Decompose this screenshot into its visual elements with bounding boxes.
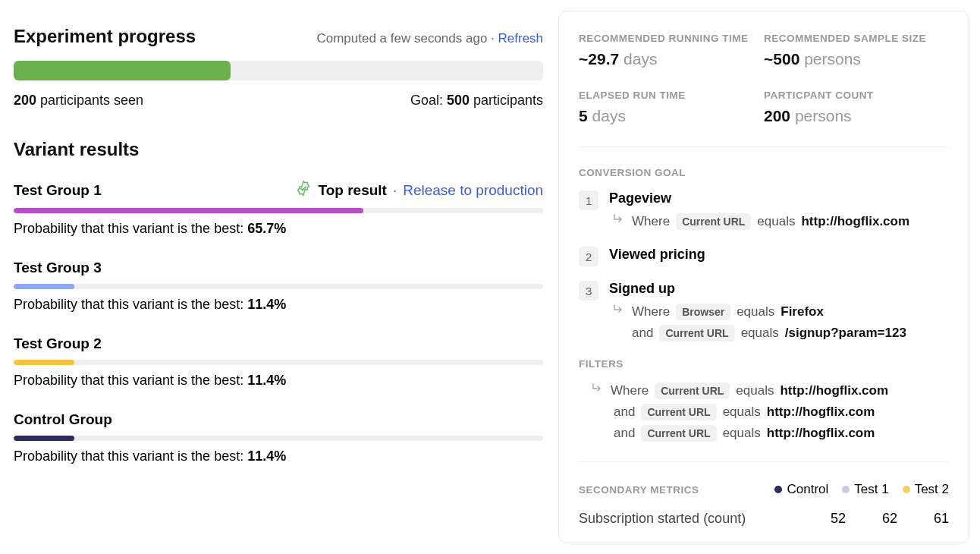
goal-count: 500 (447, 93, 473, 108)
legend-item: Test 2 (903, 482, 949, 497)
legend-item: Test 1 (842, 482, 888, 497)
metric-value: 61 (934, 511, 949, 527)
variant-prob-fill (14, 360, 74, 365)
check-badge-icon (295, 180, 312, 200)
variant-prob-text: Probability that this variant is the bes… (14, 297, 543, 313)
equals-label: equals (741, 326, 779, 341)
participants-seen: 200 participants seen (14, 93, 143, 109)
and-label: and (614, 404, 635, 420)
variant-prob-fill (14, 436, 74, 441)
goal-prefix: Goal: (410, 93, 447, 108)
progress-bar (14, 61, 543, 80)
legend-dot-icon (842, 486, 850, 493)
variant-results-title: Variant results (14, 139, 543, 160)
subarrow-icon (612, 303, 626, 320)
variant-name: Test Group 3 (14, 260, 102, 276)
equals-label: equals (723, 426, 761, 441)
legend-label: Control (787, 482, 828, 497)
legend-dot-icon (774, 486, 782, 493)
goal-step: 1PageviewWhereCurrent URLequalshttp://ho… (579, 190, 949, 235)
property-chip: Current URL (655, 382, 730, 399)
experiment-progress-title: Experiment progress (14, 26, 196, 47)
filter-line: andCurrent URLequalshttp://hogflix.com (579, 425, 949, 442)
variant-prob-bar (14, 208, 543, 213)
computed-info: Computed a few seconds ago · Refresh (316, 31, 543, 46)
participants-goal: Goal: 500 participants (410, 93, 543, 109)
where-label: Where (632, 304, 670, 319)
condition-line: andCurrent URLequals/signup?param=123 (609, 325, 949, 342)
variant-prob-text: Probability that this variant is the bes… (14, 373, 543, 389)
refresh-link[interactable]: Refresh (498, 31, 544, 46)
equals-label: equals (723, 404, 761, 420)
prob-label: Probability that this variant is the bes… (14, 449, 247, 464)
dot-separator: · (393, 182, 397, 199)
legend-dot-icon (903, 486, 910, 493)
subarrow-icon (591, 382, 605, 399)
prob-label: Probability that this variant is the bes… (14, 373, 247, 388)
goal-suffix: participants (473, 93, 543, 108)
stat-rec-sample: RECOMMENDED SAMPLE SIZE ~500 persons (764, 33, 949, 68)
equals-label: equals (757, 214, 795, 229)
stat-label: RECOMMENDED RUNNING TIME (579, 33, 764, 44)
computed-label: Computed a few seconds ago (316, 31, 487, 46)
where-label: Where (611, 383, 649, 398)
progress-bar-fill (14, 61, 231, 80)
condition-value: http://hogflix.com (780, 383, 888, 398)
prob-value: 11.4% (247, 449, 286, 464)
equals-label: equals (736, 383, 774, 398)
metric-value: 62 (882, 511, 897, 527)
filter-line: andCurrent URLequalshttp://hogflix.com (579, 404, 949, 420)
prob-value: 11.4% (247, 373, 286, 388)
and-label: and (632, 326, 653, 341)
condition-value: http://hogflix.com (767, 404, 875, 420)
participants-seen-label: participants seen (36, 93, 143, 108)
where-label: Where (632, 214, 670, 229)
variant-block: Test Group 1Top result · Release to prod… (14, 180, 543, 237)
condition-line: WhereBrowserequalsFirefox (609, 303, 949, 320)
release-to-production-link[interactable]: Release to production (403, 182, 543, 199)
step-title: Pageview (609, 190, 949, 206)
variant-prob-bar (14, 360, 543, 365)
prob-label: Probability that this variant is the bes… (14, 221, 247, 236)
legend-label: Test 1 (854, 482, 888, 497)
stat-value: ~29.7 (579, 50, 619, 68)
goal-step: 2Viewed pricing (579, 247, 949, 269)
property-chip: Current URL (676, 213, 751, 230)
stat-value: 200 (764, 107, 790, 124)
legend-item: Control (774, 482, 828, 497)
condition-value: /signup?param=123 (785, 326, 906, 341)
variant-block: Test Group 2Probability that this varian… (14, 335, 543, 389)
prob-label: Probability that this variant is the bes… (14, 297, 247, 312)
condition-value: Firefox (781, 304, 824, 319)
variant-prob-bar (14, 436, 543, 441)
condition-line: WhereCurrent URLequalshttp://hogflix.com (609, 212, 949, 230)
filters-heading: FILTERS (579, 358, 949, 370)
variant-name: Test Group 1 (14, 182, 102, 199)
step-number: 1 (579, 190, 598, 210)
subarrow-icon (612, 212, 626, 230)
property-chip: Current URL (641, 425, 716, 442)
stat-unit: persons (790, 107, 852, 124)
top-result-label: Top result (318, 182, 386, 199)
stat-elapsed: ELAPSED RUN TIME 5 days (579, 90, 764, 125)
variant-name: Control Group (14, 411, 112, 428)
stat-unit: days (619, 50, 657, 68)
variant-block: Control GroupProbability that this varia… (14, 411, 543, 464)
step-number: 2 (579, 247, 598, 266)
top-result-row: Top result · Release to production (295, 180, 543, 200)
goal-step: 3Signed upWhereBrowserequalsFirefoxandCu… (579, 281, 949, 346)
variant-prob-text: Probability that this variant is the bes… (14, 221, 543, 237)
metric-name: Subscription started (count) (579, 511, 746, 527)
step-title: Viewed pricing (609, 247, 949, 263)
conversion-goal-heading: CONVERSION GOAL (579, 167, 949, 178)
prob-value: 65.7% (247, 221, 286, 236)
variant-prob-fill (14, 284, 74, 289)
and-label: and (614, 426, 635, 441)
property-chip: Current URL (659, 325, 734, 342)
condition-value: http://hogflix.com (767, 426, 875, 441)
stat-value: ~500 (764, 50, 799, 68)
variant-prob-fill (14, 208, 363, 213)
variant-block: Test Group 3Probability that this varian… (14, 260, 543, 313)
equals-label: equals (737, 304, 774, 319)
stat-participant-count: PARTICPANT COUNT 200 persons (764, 90, 949, 125)
